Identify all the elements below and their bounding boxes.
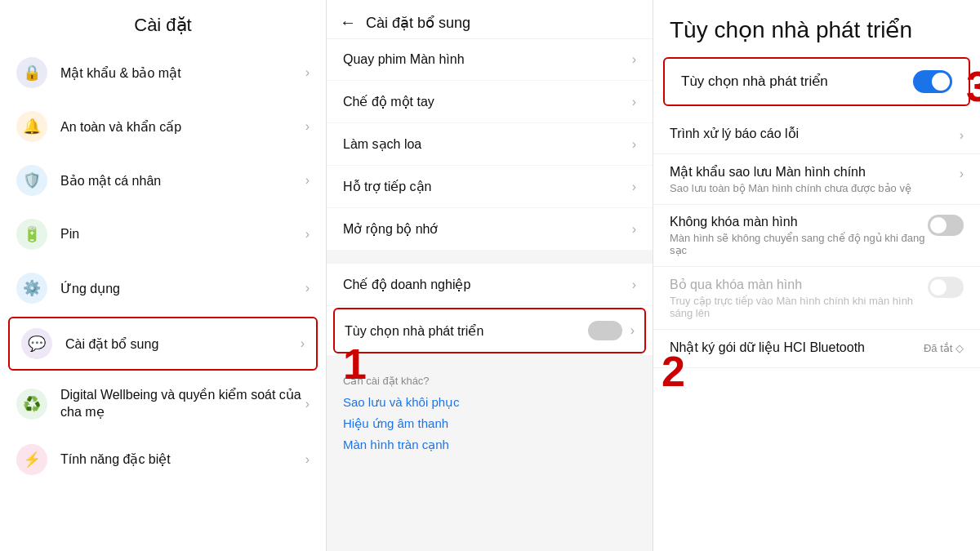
chevron-icon: › [305,173,310,188]
section-divider [327,251,653,264]
p2-expand-memory[interactable]: Mở rộng bộ nhớ › [327,208,653,251]
chevron-icon: › [305,119,310,134]
enterprise-label: Chế độ doanh nghiệp [343,277,632,292]
chevron-icon: › [305,281,310,295]
additional-icon: 💬 [21,328,52,359]
badge-3: 3 [966,62,980,111]
special-icon: ⚡ [16,444,47,475]
sidebar-item-special[interactable]: ⚡ Tính năng đặc biệt › [0,433,326,487]
chevron-icon: › [305,397,310,411]
chevron-icon: › [305,65,310,80]
panel2-title: Cài đặt bổ sung [366,14,470,32]
fullscreen-link[interactable]: Màn hình tràn cạnh [343,438,636,452]
keep-screen-content: Không khóa màn hình Màn hình sẽ không ch… [670,215,928,256]
additional-settings-panel: ← Cài đặt bổ sung Quay phim Màn hình › C… [327,0,653,551]
dev-main-toggle[interactable] [913,70,952,93]
chevron-icon: › [960,164,964,181]
special-label: Tính năng đặc biệt [60,451,305,467]
error-reporter-title: Trình xử lý báo cáo lỗi [670,126,960,141]
sound-link[interactable]: Hiệu ứng âm thanh [343,416,636,431]
backup-password-sub: Sao lưu toàn bộ Màn hình chính chưa được… [670,182,960,194]
battery-icon: 🔋 [16,219,47,250]
dev-keep-screen[interactable]: Không khóa màn hình Màn hình sẽ không ch… [653,205,980,267]
dev-main-toggle-row[interactable]: Tùy chọn nhà phát triển [663,57,970,106]
sidebar-item-password[interactable]: 🔒 Mật khẩu & bảo mật › [0,46,326,100]
safety-label: An toàn và khẩn cấp [60,119,305,135]
sidebar-item-apps[interactable]: ⚙️ Ứng dụng › [0,261,326,315]
chevron-icon: › [632,180,636,194]
p2-developer[interactable]: Tùy chọn nhà phát triển › [333,308,646,353]
password-icon: 🔒 [16,57,47,88]
safety-icon: 🔔 [16,111,47,142]
password-label: Mật khẩu & bảo mật [60,65,305,81]
chevron-icon: › [632,278,636,292]
keep-screen-title: Không khóa màn hình [670,215,928,229]
screen-record-label: Quay phim Màn hình [343,52,632,67]
p2-clean-speaker[interactable]: Làm sạch loa › [327,123,653,166]
p2-screen-record[interactable]: Quay phim Màn hình › [327,39,653,81]
dev-bluetooth-log[interactable]: Nhật ký gói dữ liệu HCI Bluetooth Đã tắt… [653,330,980,368]
bluetooth-log-content: Nhật ký gói dữ liệu HCI Bluetooth [670,340,924,358]
developer-options-panel: Tùy chọn nhà phát triển Tùy chọn nhà phá… [653,0,980,551]
privacy-label: Bảo mật cá nhân [60,173,305,189]
dev-error-reporter[interactable]: Trình xử lý báo cáo lỗi › [653,116,980,154]
dev-backup-password[interactable]: Mật khẩu sao lưu Màn hình chính Sao lưu … [653,154,980,205]
chevron-icon: › [960,126,964,143]
apps-icon: ⚙️ [16,273,47,304]
cant-find-label: Cần cài đặt khác? [343,375,636,387]
badge-1: 1 [343,340,367,389]
developer-label: Tùy chọn nhà phát triển [345,323,588,339]
p2-accessibility[interactable]: Hỗ trợ tiếp cận › [327,166,653,208]
backup-password-title: Mật khẩu sao lưu Màn hình chính [670,164,960,180]
chevron-icon: › [632,52,636,67]
accessibility-label: Hỗ trợ tiếp cận [343,179,632,194]
cant-find-section: Cần cài đặt khác? Sao lưu và khôi phục H… [327,365,653,551]
chevron-icon: › [632,95,636,109]
privacy-icon: 🛡️ [16,165,47,196]
sidebar-item-battery[interactable]: 🔋 Pin › [0,207,326,261]
apps-label: Ứng dụng [60,281,305,296]
backup-password-content: Mật khẩu sao lưu Màn hình chính Sao lưu … [670,164,960,194]
chevron-icon: › [632,137,636,152]
cant-find-divider [327,355,653,365]
sidebar-item-privacy[interactable]: 🛡️ Bảo mật cá nhân › [0,153,326,207]
error-reporter-content: Trình xử lý báo cáo lỗi [670,126,960,144]
settings-title: Cài đặt [0,0,326,46]
back-button[interactable]: ← [340,13,356,32]
clean-speaker-label: Làm sạch loa [343,136,632,152]
chevron-icon: › [305,452,310,467]
skip-lock-content: Bỏ qua khóa màn hình Truy cập trực tiếp … [670,277,928,319]
keep-screen-sub: Màn hình sẽ không chuyển sang chế độ ngủ… [670,232,928,256]
additional-label: Cài đặt bổ sung [65,336,301,352]
wellbeing-icon: ♻️ [16,389,47,420]
chevron-icon: › [305,227,310,242]
dev-options-title: Tùy chọn nhà phát triển [653,0,980,54]
chevron-icon: › [301,336,305,351]
p2-one-hand[interactable]: Chế độ một tay › [327,81,653,123]
sidebar-item-wellbeing[interactable]: ♻️ Digital Wellbeing và quyền kiểm soát … [0,375,326,433]
skip-lock-sub: Truy cập trực tiếp vào Màn hình chính kh… [670,295,928,319]
p2-enterprise[interactable]: Chế độ doanh nghiệp › [327,264,653,306]
dev-main-label: Tùy chọn nhà phát triển [681,73,913,90]
expand-memory-label: Mở rộng bộ nhớ [343,221,632,237]
bluetooth-log-title: Nhật ký gói dữ liệu HCI Bluetooth [670,340,924,355]
badge-2: 2 [662,347,685,396]
sidebar-item-safety[interactable]: 🔔 An toàn và khẩn cấp › [0,100,326,153]
developer-toggle[interactable] [588,321,622,340]
settings-panel: Cài đặt 🔒 Mật khẩu & bảo mật › 🔔 An toàn… [0,0,327,551]
battery-label: Pin [60,227,305,242]
one-hand-label: Chế độ một tay [343,94,632,109]
dev-skip-lock: Bỏ qua khóa màn hình Truy cập trực tiếp … [653,267,980,330]
chevron-icon: › [632,222,636,237]
sidebar-item-additional[interactable]: 💬 Cài đặt bổ sung › [8,317,318,371]
keep-screen-toggle[interactable] [928,215,964,236]
skip-lock-toggle [928,277,964,298]
panel2-header: ← Cài đặt bổ sung [327,0,653,39]
backup-link[interactable]: Sao lưu và khôi phục [343,395,636,410]
wellbeing-label: Digital Wellbeing và quyền kiểm soát của… [60,387,305,421]
chevron-icon: › [630,323,635,338]
skip-lock-title: Bỏ qua khóa màn hình [670,277,928,292]
bluetooth-log-value: Đã tắt ◇ [924,340,964,354]
